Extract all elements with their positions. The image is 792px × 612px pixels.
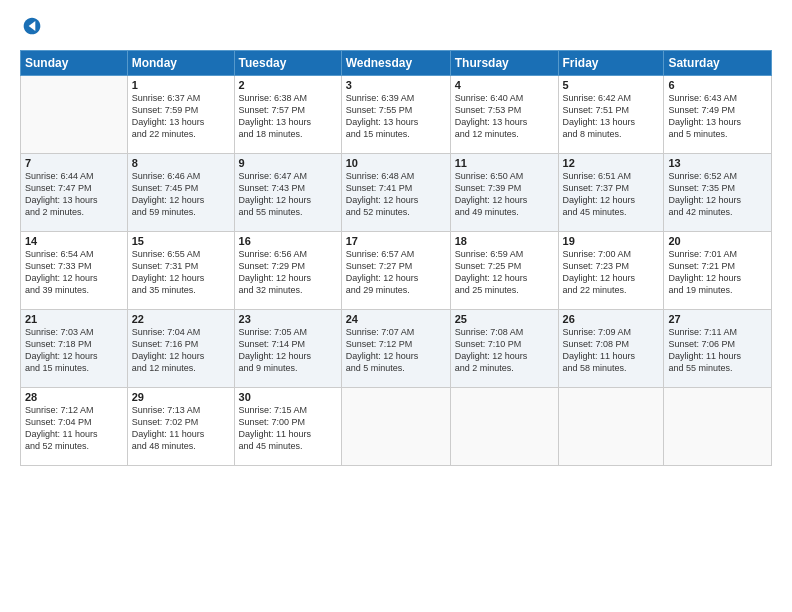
col-header-tuesday: Tuesday <box>234 51 341 76</box>
calendar-cell: 23Sunrise: 7:05 AM Sunset: 7:14 PM Dayli… <box>234 310 341 388</box>
calendar-cell <box>664 388 772 466</box>
day-info: Sunrise: 6:57 AM Sunset: 7:27 PM Dayligh… <box>346 248 446 297</box>
day-info: Sunrise: 6:39 AM Sunset: 7:55 PM Dayligh… <box>346 92 446 141</box>
day-number: 14 <box>25 235 123 247</box>
day-info: Sunrise: 6:46 AM Sunset: 7:45 PM Dayligh… <box>132 170 230 219</box>
calendar-week-3: 14Sunrise: 6:54 AM Sunset: 7:33 PM Dayli… <box>21 232 772 310</box>
calendar-cell: 1Sunrise: 6:37 AM Sunset: 7:59 PM Daylig… <box>127 76 234 154</box>
day-info: Sunrise: 7:11 AM Sunset: 7:06 PM Dayligh… <box>668 326 767 375</box>
calendar-week-5: 28Sunrise: 7:12 AM Sunset: 7:04 PM Dayli… <box>21 388 772 466</box>
page: SundayMondayTuesdayWednesdayThursdayFrid… <box>0 0 792 612</box>
calendar-cell: 27Sunrise: 7:11 AM Sunset: 7:06 PM Dayli… <box>664 310 772 388</box>
day-info: Sunrise: 7:05 AM Sunset: 7:14 PM Dayligh… <box>239 326 337 375</box>
day-info: Sunrise: 6:44 AM Sunset: 7:47 PM Dayligh… <box>25 170 123 219</box>
day-info: Sunrise: 7:09 AM Sunset: 7:08 PM Dayligh… <box>563 326 660 375</box>
calendar-cell <box>450 388 558 466</box>
calendar-cell: 7Sunrise: 6:44 AM Sunset: 7:47 PM Daylig… <box>21 154 128 232</box>
day-number: 27 <box>668 313 767 325</box>
day-info: Sunrise: 7:04 AM Sunset: 7:16 PM Dayligh… <box>132 326 230 375</box>
day-number: 3 <box>346 79 446 91</box>
calendar-cell: 28Sunrise: 7:12 AM Sunset: 7:04 PM Dayli… <box>21 388 128 466</box>
day-info: Sunrise: 6:51 AM Sunset: 7:37 PM Dayligh… <box>563 170 660 219</box>
day-info: Sunrise: 7:01 AM Sunset: 7:21 PM Dayligh… <box>668 248 767 297</box>
day-info: Sunrise: 6:50 AM Sunset: 7:39 PM Dayligh… <box>455 170 554 219</box>
calendar-cell: 3Sunrise: 6:39 AM Sunset: 7:55 PM Daylig… <box>341 76 450 154</box>
day-number: 23 <box>239 313 337 325</box>
day-number: 7 <box>25 157 123 169</box>
calendar-cell: 22Sunrise: 7:04 AM Sunset: 7:16 PM Dayli… <box>127 310 234 388</box>
calendar-cell: 10Sunrise: 6:48 AM Sunset: 7:41 PM Dayli… <box>341 154 450 232</box>
day-info: Sunrise: 6:37 AM Sunset: 7:59 PM Dayligh… <box>132 92 230 141</box>
day-info: Sunrise: 7:00 AM Sunset: 7:23 PM Dayligh… <box>563 248 660 297</box>
calendar-week-2: 7Sunrise: 6:44 AM Sunset: 7:47 PM Daylig… <box>21 154 772 232</box>
day-info: Sunrise: 6:55 AM Sunset: 7:31 PM Dayligh… <box>132 248 230 297</box>
calendar-cell: 9Sunrise: 6:47 AM Sunset: 7:43 PM Daylig… <box>234 154 341 232</box>
day-number: 6 <box>668 79 767 91</box>
calendar-header-row: SundayMondayTuesdayWednesdayThursdayFrid… <box>21 51 772 76</box>
day-number: 8 <box>132 157 230 169</box>
calendar-cell: 12Sunrise: 6:51 AM Sunset: 7:37 PM Dayli… <box>558 154 664 232</box>
calendar-cell: 17Sunrise: 6:57 AM Sunset: 7:27 PM Dayli… <box>341 232 450 310</box>
calendar-week-1: 1Sunrise: 6:37 AM Sunset: 7:59 PM Daylig… <box>21 76 772 154</box>
day-number: 2 <box>239 79 337 91</box>
calendar-cell: 21Sunrise: 7:03 AM Sunset: 7:18 PM Dayli… <box>21 310 128 388</box>
day-number: 16 <box>239 235 337 247</box>
day-number: 18 <box>455 235 554 247</box>
day-number: 28 <box>25 391 123 403</box>
calendar-cell: 19Sunrise: 7:00 AM Sunset: 7:23 PM Dayli… <box>558 232 664 310</box>
day-number: 19 <box>563 235 660 247</box>
day-info: Sunrise: 7:12 AM Sunset: 7:04 PM Dayligh… <box>25 404 123 453</box>
day-info: Sunrise: 6:40 AM Sunset: 7:53 PM Dayligh… <box>455 92 554 141</box>
calendar-cell <box>21 76 128 154</box>
calendar-cell: 26Sunrise: 7:09 AM Sunset: 7:08 PM Dayli… <box>558 310 664 388</box>
calendar-cell: 30Sunrise: 7:15 AM Sunset: 7:00 PM Dayli… <box>234 388 341 466</box>
calendar-cell: 11Sunrise: 6:50 AM Sunset: 7:39 PM Dayli… <box>450 154 558 232</box>
day-number: 30 <box>239 391 337 403</box>
day-number: 1 <box>132 79 230 91</box>
day-info: Sunrise: 7:07 AM Sunset: 7:12 PM Dayligh… <box>346 326 446 375</box>
day-number: 17 <box>346 235 446 247</box>
day-number: 22 <box>132 313 230 325</box>
day-number: 26 <box>563 313 660 325</box>
calendar-week-4: 21Sunrise: 7:03 AM Sunset: 7:18 PM Dayli… <box>21 310 772 388</box>
day-info: Sunrise: 7:15 AM Sunset: 7:00 PM Dayligh… <box>239 404 337 453</box>
calendar-cell: 18Sunrise: 6:59 AM Sunset: 7:25 PM Dayli… <box>450 232 558 310</box>
calendar-cell: 16Sunrise: 6:56 AM Sunset: 7:29 PM Dayli… <box>234 232 341 310</box>
calendar-cell: 4Sunrise: 6:40 AM Sunset: 7:53 PM Daylig… <box>450 76 558 154</box>
day-info: Sunrise: 6:54 AM Sunset: 7:33 PM Dayligh… <box>25 248 123 297</box>
col-header-monday: Monday <box>127 51 234 76</box>
day-number: 10 <box>346 157 446 169</box>
calendar-cell: 15Sunrise: 6:55 AM Sunset: 7:31 PM Dayli… <box>127 232 234 310</box>
day-info: Sunrise: 6:47 AM Sunset: 7:43 PM Dayligh… <box>239 170 337 219</box>
calendar-cell: 20Sunrise: 7:01 AM Sunset: 7:21 PM Dayli… <box>664 232 772 310</box>
day-number: 11 <box>455 157 554 169</box>
day-number: 15 <box>132 235 230 247</box>
day-number: 12 <box>563 157 660 169</box>
day-info: Sunrise: 6:42 AM Sunset: 7:51 PM Dayligh… <box>563 92 660 141</box>
day-number: 20 <box>668 235 767 247</box>
col-header-sunday: Sunday <box>21 51 128 76</box>
header <box>20 16 772 40</box>
day-info: Sunrise: 7:03 AM Sunset: 7:18 PM Dayligh… <box>25 326 123 375</box>
day-number: 5 <box>563 79 660 91</box>
day-info: Sunrise: 6:43 AM Sunset: 7:49 PM Dayligh… <box>668 92 767 141</box>
day-number: 24 <box>346 313 446 325</box>
calendar-cell <box>341 388 450 466</box>
day-info: Sunrise: 6:52 AM Sunset: 7:35 PM Dayligh… <box>668 170 767 219</box>
col-header-wednesday: Wednesday <box>341 51 450 76</box>
calendar-cell: 2Sunrise: 6:38 AM Sunset: 7:57 PM Daylig… <box>234 76 341 154</box>
calendar-cell: 24Sunrise: 7:07 AM Sunset: 7:12 PM Dayli… <box>341 310 450 388</box>
calendar-cell: 13Sunrise: 6:52 AM Sunset: 7:35 PM Dayli… <box>664 154 772 232</box>
calendar-cell <box>558 388 664 466</box>
col-header-friday: Friday <box>558 51 664 76</box>
day-number: 25 <box>455 313 554 325</box>
calendar-cell: 29Sunrise: 7:13 AM Sunset: 7:02 PM Dayli… <box>127 388 234 466</box>
day-number: 21 <box>25 313 123 325</box>
calendar-cell: 14Sunrise: 6:54 AM Sunset: 7:33 PM Dayli… <box>21 232 128 310</box>
col-header-saturday: Saturday <box>664 51 772 76</box>
calendar-cell: 8Sunrise: 6:46 AM Sunset: 7:45 PM Daylig… <box>127 154 234 232</box>
day-number: 29 <box>132 391 230 403</box>
col-header-thursday: Thursday <box>450 51 558 76</box>
day-info: Sunrise: 7:13 AM Sunset: 7:02 PM Dayligh… <box>132 404 230 453</box>
day-number: 9 <box>239 157 337 169</box>
